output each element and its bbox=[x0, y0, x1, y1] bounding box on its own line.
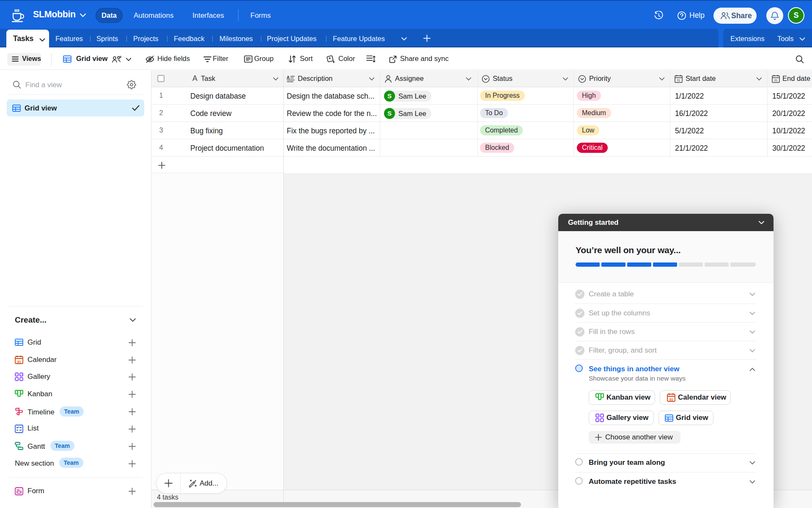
svg-text:31: 31 bbox=[669, 398, 673, 401]
svg-text:A: A bbox=[287, 75, 290, 80]
svg-text:31: 31 bbox=[774, 78, 777, 82]
svg-text:31: 31 bbox=[677, 78, 680, 82]
svg-text:31: 31 bbox=[17, 360, 21, 364]
